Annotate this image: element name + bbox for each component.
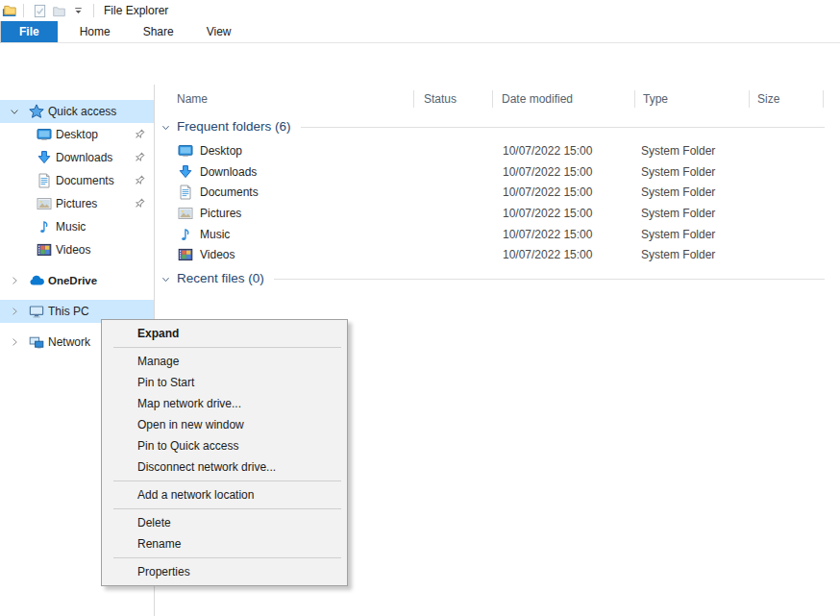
column-header-type[interactable]: Type <box>635 86 750 111</box>
tab-file[interactable]: File <box>1 21 58 42</box>
sidebar-item-label: Pictures <box>56 197 97 210</box>
app-icon <box>2 3 17 18</box>
qat-new-folder-button[interactable] <box>49 1 68 20</box>
qat-properties-button[interactable] <box>30 1 49 20</box>
file-type: System Folder <box>635 207 750 220</box>
network-icon <box>29 334 44 350</box>
column-header-size[interactable]: Size <box>750 86 824 111</box>
group-header-rule <box>274 279 825 280</box>
videos-icon <box>37 242 52 258</box>
titlebar-separator <box>93 4 94 17</box>
file-date-modified: 10/07/2022 15:00 <box>493 165 635 179</box>
this-pc-icon <box>29 304 44 319</box>
column-header-status[interactable]: Status <box>414 86 493 111</box>
menu-item-manage[interactable]: Manage <box>102 351 347 372</box>
menu-item-disconnect-network-drive[interactable]: Disconnect network drive... <box>102 456 347 478</box>
pin-icon[interactable] <box>133 128 146 141</box>
chevron-down-icon <box>72 5 85 17</box>
file-type: System Folder <box>635 165 750 179</box>
tab-share[interactable]: Share <box>127 21 190 42</box>
chevron-down-icon[interactable] <box>161 122 171 133</box>
file-row-pictures[interactable]: Pictures 10/07/2022 15:00 System Folder <box>155 203 840 224</box>
sidebar-item-label: Videos <box>56 243 90 257</box>
sidebar-item-label: Quick access <box>48 105 116 118</box>
file-date-modified: 10/07/2022 15:00 <box>493 248 635 261</box>
menu-item-properties[interactable]: Properties <box>102 561 347 582</box>
menu-item-pin-to-start[interactable]: Pin to Start <box>102 372 347 393</box>
titlebar-separator <box>23 4 24 17</box>
sidebar-item-onedrive[interactable]: OneDrive <box>0 269 154 292</box>
column-header-row: Name Status Date modified Type Size <box>155 86 840 111</box>
file-row-documents[interactable]: Documents 10/07/2022 15:00 System Folder <box>155 182 840 203</box>
file-name: Videos <box>200 248 235 261</box>
file-row-desktop[interactable]: Desktop 10/07/2022 15:00 System Folder <box>155 140 840 161</box>
file-date-modified: 10/07/2022 15:00 <box>493 144 635 158</box>
chevron-down-icon[interactable] <box>9 106 20 117</box>
file-row-downloads[interactable]: Downloads 10/07/2022 15:00 System Folder <box>155 161 840 183</box>
tab-view[interactable]: View <box>190 21 248 42</box>
menu-item-map-network-drive[interactable]: Map network drive... <box>102 393 347 414</box>
pin-icon[interactable] <box>133 174 146 187</box>
chevron-down-icon[interactable] <box>161 274 171 284</box>
file-date-modified: 10/07/2022 15:00 <box>493 228 635 241</box>
tab-home[interactable]: Home <box>63 21 127 42</box>
properties-icon <box>33 4 47 18</box>
qat-customize-dropdown[interactable] <box>68 1 87 20</box>
window-title: File Explorer <box>104 4 168 17</box>
sidebar-item-label: Desktop <box>56 128 98 141</box>
file-date-modified: 10/07/2022 15:00 <box>493 185 635 199</box>
file-name: Desktop <box>200 144 242 158</box>
menu-item-open-in-new-window[interactable]: Open in new window <box>102 414 347 435</box>
file-name: Pictures <box>200 207 241 220</box>
group-header-recent-files[interactable]: Recent files (0) <box>155 268 840 288</box>
chevron-right-icon[interactable] <box>9 336 20 348</box>
onedrive-icon <box>29 273 44 288</box>
menu-item-delete[interactable]: Delete <box>102 512 347 533</box>
ribbon-tab-bar: File Home Share View <box>1 21 840 43</box>
sidebar-item-videos[interactable]: Videos <box>0 238 154 261</box>
title-bar: File Explorer <box>0 0 840 21</box>
pin-icon[interactable] <box>133 197 146 210</box>
pictures-icon <box>178 206 193 221</box>
file-name: Downloads <box>200 165 257 179</box>
videos-icon <box>178 247 193 262</box>
column-header-name[interactable]: Name <box>155 86 414 111</box>
sidebar-item-documents[interactable]: Documents <box>0 169 154 192</box>
file-type: System Folder <box>635 228 750 241</box>
new-folder-icon <box>52 4 66 18</box>
column-header-date-modified[interactable]: Date modified <box>493 86 635 111</box>
file-explorer-window: File Explorer File Home Share View Quick… <box>0 0 840 616</box>
sidebar-item-label: Downloads <box>56 151 112 164</box>
sidebar-item-label: Network <box>48 335 90 349</box>
file-name: Music <box>200 228 230 241</box>
menu-item-add-network-location[interactable]: Add a network location <box>102 484 347 505</box>
documents-icon <box>37 173 52 188</box>
menu-item-rename[interactable]: Rename <box>102 533 347 554</box>
chevron-right-icon[interactable] <box>9 306 20 317</box>
file-row-videos[interactable]: Videos 10/07/2022 15:00 System Folder <box>155 245 840 266</box>
pictures-icon <box>37 196 52 211</box>
sidebar-item-quick-access[interactable]: Quick access <box>0 100 154 123</box>
menu-separator <box>113 508 341 509</box>
navigation-bar: Quick access <box>0 43 840 85</box>
group-header-frequent-folders[interactable]: Frequent folders (6) <box>155 116 840 136</box>
desktop-icon <box>37 127 52 142</box>
file-type: System Folder <box>635 144 750 158</box>
music-icon <box>178 227 193 242</box>
documents-icon <box>178 185 193 200</box>
context-menu: Expand Manage Pin to Start Map network d… <box>101 319 348 586</box>
file-row-music[interactable]: Music 10/07/2022 15:00 System Folder <box>155 224 840 245</box>
group-header-label: Frequent folders (6) <box>177 119 291 134</box>
menu-separator <box>113 347 341 348</box>
downloads-icon <box>178 164 193 180</box>
chevron-right-icon[interactable] <box>9 275 20 286</box>
menu-item-expand[interactable]: Expand <box>102 323 347 344</box>
sidebar-item-downloads[interactable]: Downloads <box>0 146 154 169</box>
menu-item-pin-to-quick-access[interactable]: Pin to Quick access <box>102 435 347 456</box>
sidebar-item-pictures[interactable]: Pictures <box>0 192 154 215</box>
pin-icon[interactable] <box>133 151 146 164</box>
sidebar-item-music[interactable]: Music <box>0 215 154 238</box>
menu-separator <box>113 480 341 481</box>
sidebar-item-desktop[interactable]: Desktop <box>0 123 154 146</box>
downloads-icon <box>37 150 52 165</box>
